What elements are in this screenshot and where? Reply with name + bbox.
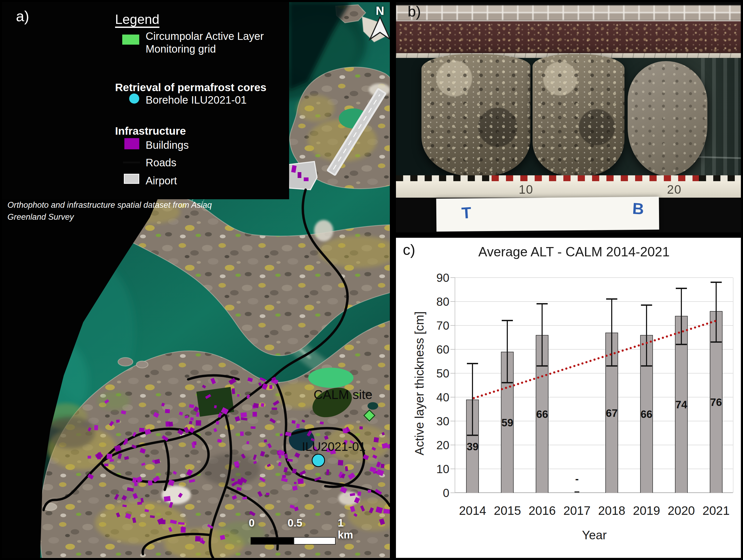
panel-b-letter: b) (408, 3, 421, 20)
grid-line (455, 349, 733, 349)
x-axis-line (455, 492, 733, 493)
map-panel: Legend Circumpolar Active Layer Monitori… (2, 2, 390, 558)
error-bar-cap-bottom (710, 341, 722, 343)
scale-bar-black-segment (251, 537, 294, 545)
y-tick-mark (450, 301, 455, 302)
permafrost-core-1 (422, 54, 530, 176)
buildings-swatch (124, 138, 139, 149)
x-tick-label: 2020 (668, 503, 695, 518)
y-tick-label: 50 (418, 367, 449, 380)
error-bar-cap-bottom (536, 365, 548, 367)
error-bar-stem (541, 304, 542, 366)
error-bar-cap-bottom (467, 435, 478, 436)
error-bar-cap-top (606, 298, 617, 300)
bar-value-label: 67 (606, 407, 618, 419)
y-tick-mark (450, 325, 455, 326)
error-bar-stem (472, 364, 473, 435)
x-tick-label: 2017 (563, 503, 591, 518)
grid-line (455, 373, 733, 374)
borehole-site-label: ILU2021-01 (302, 439, 366, 454)
y-tick-label: 0 (418, 486, 449, 500)
data-credit: Orthophoto and infrastructure spatial da… (7, 199, 231, 223)
north-label: N (376, 4, 384, 17)
y-tick-mark (450, 421, 455, 421)
y-tick-mark (450, 349, 455, 349)
permafrost-core-2 (532, 54, 624, 176)
north-arrow: N (367, 4, 390, 44)
bar-value-label: 74 (675, 399, 687, 411)
core-photo-panel: 10 20 T B b) (396, 2, 741, 232)
ruler-stripe-band (396, 175, 741, 181)
grid-line (455, 421, 733, 421)
error-bar-stem (507, 321, 508, 383)
borehole-label: Borehole ILU2021-01 (146, 94, 247, 106)
error-bar-stem (646, 305, 647, 366)
chart-title: Average ALT - CALM 2014-2021 (428, 244, 720, 260)
y-tick-mark (450, 469, 455, 469)
y-tick-mark (450, 277, 455, 278)
error-bar-cap-top (676, 288, 687, 289)
y-tick-label: 10 (418, 463, 449, 476)
y-tick-mark (450, 373, 455, 374)
counter-edge (396, 20, 741, 53)
map-legend: Legend Circumpolar Active Layer Monitori… (2, 2, 289, 199)
error-bar-stem (716, 282, 717, 342)
error-bar-stem (681, 288, 682, 345)
calm-site-label: CALM site (314, 387, 372, 402)
x-tick-label: 2014 (459, 503, 486, 518)
y-tick-mark (450, 493, 455, 493)
x-tick-label: 2015 (494, 503, 521, 518)
y-tick-mark (450, 445, 455, 445)
error-bar-cap-bottom (502, 382, 513, 383)
bar-value-label: 66 (641, 408, 653, 420)
tile-wall (396, 5, 741, 20)
grid-line (455, 301, 733, 302)
panel-a-letter: a) (16, 7, 29, 25)
bar-value-label: 39 (467, 441, 479, 453)
airport-label: Airport (146, 174, 177, 187)
x-tick-label: 2019 (633, 503, 660, 518)
ruler-number-10: 10 (519, 182, 533, 197)
error-bar-cap-top (467, 363, 478, 364)
x-tick-label: 2021 (702, 503, 730, 518)
error-bar-cap-bottom (641, 365, 652, 367)
core-bottom-mark: B (632, 199, 644, 218)
ruler-red-middle (492, 175, 699, 181)
scale-start: 0 (249, 517, 255, 529)
y-tick-label: 80 (418, 295, 449, 309)
ruler-number-20: 20 (667, 182, 682, 197)
error-bar-cap-top (502, 320, 513, 321)
y-tick-label: 90 (418, 271, 449, 284)
scale-bar-white-segment (294, 537, 336, 545)
borehole-marker-swatch (129, 94, 139, 104)
x-tick-label: 2016 (529, 503, 556, 518)
borehole-marker (312, 454, 325, 467)
permafrost-core-3 (628, 61, 707, 176)
error-bar-cap-top (710, 282, 722, 283)
cores-heading: Retrieval of permafrost cores (115, 81, 267, 94)
airport-swatch (124, 174, 139, 184)
error-bar-cap-bottom (606, 365, 617, 367)
x-tick-label: 2018 (598, 503, 625, 518)
bar-value-label: 66 (536, 408, 548, 420)
y-tick-label: 60 (418, 343, 449, 356)
missing-value-label: - (575, 473, 578, 485)
roads-swatch (123, 161, 140, 164)
ruler-bw-right (699, 175, 741, 181)
calm-grid-swatch (122, 35, 139, 45)
scale-end: 1 km (338, 517, 353, 541)
scale-bar: 0 0.5 1 km (248, 517, 359, 547)
calm-grid-label: Circumpolar Active Layer Monitoring grid (146, 30, 278, 55)
grid-line (455, 277, 733, 278)
label-paper: T B (436, 197, 659, 231)
buildings-label: Buildings (146, 139, 189, 151)
grid-line (455, 445, 733, 445)
error-bar-cap-bottom (676, 344, 687, 345)
missing-baseline-dash (574, 491, 579, 493)
error-bar-cap-top (536, 303, 548, 305)
ruler-face (396, 181, 741, 198)
y-tick-mark (450, 397, 455, 398)
grid-line (455, 325, 733, 326)
figure-root: Legend Circumpolar Active Layer Monitori… (0, 0, 743, 560)
bar-value-label: 59 (501, 417, 513, 429)
